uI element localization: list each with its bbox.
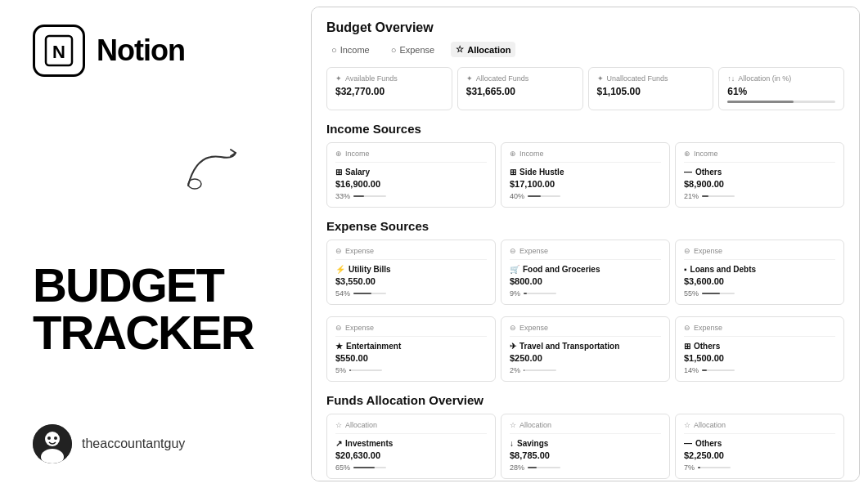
income-others-pct: 21%: [684, 192, 835, 200]
allocation-section-title: Funds Allocation Overview: [326, 393, 844, 407]
avatar: [33, 424, 72, 463]
budget-text: BUDGET: [33, 262, 278, 309]
allocation-savings-amount: $8,785.00: [510, 450, 661, 460]
expense-entertainment-type-icon: ⊖: [335, 324, 342, 332]
allocation-pct-progress-bg: [727, 101, 835, 103]
right-panel: Budget Overview ○ Income ○ Expense ☆ All…: [311, 7, 860, 481]
svg-point-2: [188, 179, 201, 189]
allocation-others-pct: 7%: [684, 463, 835, 472]
allocation-cards-grid: ☆ Allocation ↗ Investments $20,630.00 65…: [326, 414, 844, 479]
income-card-others: ⊕ Income — Others $8,900.00 21%: [675, 142, 844, 208]
expense-loans-amount: $3,600.00: [684, 276, 835, 286]
expense-entertainment-pct: 5%: [335, 366, 487, 374]
expense-food-pct: 9%: [510, 289, 661, 298]
income-section-title: Income Sources: [326, 122, 844, 136]
income-salary-amount: $16,900.00: [335, 179, 487, 189]
allocation-investments-type: ☆ Allocation: [335, 421, 487, 434]
expense-others-type: ⊖ Expense: [684, 324, 835, 337]
expense-utility-name: ⚡ Utility Bills: [335, 265, 487, 274]
income-others-name-icon: —: [684, 168, 692, 177]
income-others-type-icon: ⊕: [684, 150, 690, 158]
unallocated-funds-icon: ✦: [597, 74, 604, 83]
expense-card-others: ⊖ Expense ⊞ Others $1,500.00 14%: [675, 316, 844, 382]
summary-cards: ✦ Available Funds $32,770.00 ✦ Allocated…: [326, 67, 844, 110]
summary-unallocated-funds: ✦ Unallocated Funds $1,105.00: [588, 67, 714, 110]
expense-others-pct: 14%: [684, 366, 835, 374]
unallocated-funds-label: ✦ Unallocated Funds: [597, 74, 705, 83]
expense-others-amount: $1,500.00: [684, 353, 835, 363]
tab-income[interactable]: ○ Income: [326, 43, 375, 57]
income-others-amount: $8,900.00: [684, 179, 835, 189]
arrow-area: [33, 145, 278, 194]
allocation-savings-name: ↓ Savings: [510, 439, 661, 448]
budget-tracker-heading: BUDGET TRACKER: [33, 262, 278, 356]
expense-food-name: 🛒 Food and Groceries: [510, 265, 661, 274]
expense-loans-pct: 55%: [684, 289, 835, 298]
expense-cards-row2: ⊖ Expense ★ Entertainment $550.00 5% ⊖ E…: [326, 316, 844, 382]
allocation-pct-progress-fill: [727, 101, 793, 103]
income-sidehustle-name-icon: ⊞: [510, 168, 516, 177]
allocation-others-amount: $2,250.00: [684, 450, 835, 460]
summary-available-funds: ✦ Available Funds $32,770.00: [326, 67, 452, 110]
brand-area: N Notion: [33, 25, 278, 77]
expense-utility-pct: 54%: [335, 289, 487, 298]
income-sidehustle-amount: $17,100.00: [510, 179, 661, 189]
allocation-savings-type: ☆ Allocation: [510, 421, 661, 434]
expense-section-title: Expense Sources: [326, 219, 844, 233]
unallocated-funds-value: $1,105.00: [597, 86, 705, 97]
svg-text:N: N: [52, 42, 65, 62]
expense-utility-name-icon: ⚡: [335, 265, 345, 274]
expense-card-travel: ⊖ Expense ✈ Travel and Transportation $2…: [501, 316, 670, 382]
expense-card-entertainment: ⊖ Expense ★ Entertainment $550.00 5%: [326, 316, 496, 382]
tab-income-label: Income: [340, 45, 370, 55]
allocated-funds-value: $31,665.00: [466, 86, 574, 97]
bottom-brand: theaccountantguy: [33, 424, 278, 463]
allocation-investments-progress: [353, 467, 386, 468]
expense-travel-amount: $250.00: [510, 353, 661, 363]
tracker-text: TRACKER: [33, 309, 278, 356]
notion-logo: N: [33, 25, 85, 77]
available-funds-icon: ✦: [335, 74, 342, 83]
allocation-savings-pct: 28%: [510, 463, 661, 472]
arrow-icon: [180, 145, 245, 194]
expense-others-name-icon: ⊞: [684, 342, 690, 351]
tab-income-icon: ○: [331, 45, 337, 55]
income-salary-progress: [353, 195, 386, 197]
expense-travel-pct: 2%: [510, 366, 661, 374]
allocation-card-others: ☆ Allocation — Others $2,250.00 7%: [675, 414, 844, 479]
income-sidehustle-name: ⊞ Side Hustle: [510, 168, 661, 177]
allocation-pct-icon: ↑↓: [727, 74, 735, 83]
expense-card-utility: ⊖ Expense ⚡ Utility Bills $3,550.00 54%: [326, 240, 496, 305]
tab-expense[interactable]: ○ Expense: [386, 43, 439, 57]
expense-utility-progress: [353, 293, 386, 294]
expense-loans-name-icon: ▪: [684, 265, 687, 274]
allocation-others-name-icon: —: [684, 439, 692, 448]
expense-loans-name: ▪ Loans and Debts: [684, 265, 835, 274]
income-sidehustle-pct: 40%: [510, 192, 661, 200]
income-card-side-hustle: ⊕ Income ⊞ Side Hustle $17,100.00 40%: [501, 142, 670, 208]
income-salary-type: ⊕ Income: [335, 150, 487, 163]
income-salary-type-icon: ⊕: [335, 150, 342, 158]
allocation-pct-value: 61%: [727, 86, 835, 97]
allocation-investments-name-icon: ↗: [335, 439, 342, 448]
tab-allocation[interactable]: ☆ Allocation: [451, 42, 515, 57]
expense-travel-type: ⊖ Expense: [510, 324, 661, 337]
income-card-salary: ⊕ Income ⊞ Salary $16,900.00 33%: [326, 142, 496, 208]
available-funds-label: ✦ Available Funds: [335, 74, 443, 83]
income-cards-grid: ⊕ Income ⊞ Salary $16,900.00 33% ⊕ Incom…: [326, 142, 844, 208]
summary-allocated-funds: ✦ Allocated Funds $31,665.00: [457, 67, 583, 110]
svg-point-6: [47, 437, 51, 440]
income-others-type: ⊕ Income: [684, 150, 835, 163]
expense-loans-type-icon: ⊖: [684, 247, 690, 255]
tab-expense-label: Expense: [399, 45, 434, 55]
allocation-investments-type-icon: ☆: [335, 421, 342, 429]
expense-entertainment-progress: [349, 369, 382, 371]
accountant-brand: theaccountantguy: [82, 437, 185, 451]
income-sidehustle-progress: [528, 195, 560, 197]
expense-card-loans: ⊖ Expense ▪ Loans and Debts $3,600.00 55…: [675, 240, 844, 305]
allocation-investments-pct: 65%: [335, 463, 487, 472]
income-sidehustle-type-icon: ⊕: [510, 150, 516, 158]
allocation-card-savings: ☆ Allocation ↓ Savings $8,785.00 28%: [501, 414, 670, 479]
expense-food-name-icon: 🛒: [510, 265, 519, 274]
allocation-others-progress: [698, 467, 731, 468]
